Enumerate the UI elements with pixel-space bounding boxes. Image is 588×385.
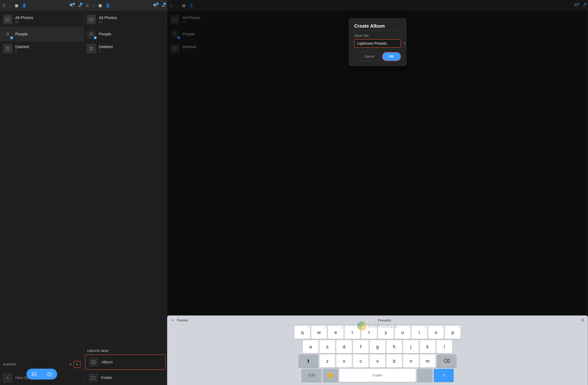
key-i[interactable]: 8i [412,326,427,339]
key-z[interactable]: z [320,354,335,367]
all-photos-item[interactable]: All Photos 20 ⋮ [0,12,84,27]
dialog-album-title-label: Album Title [354,34,401,38]
key-shift[interactable]: ⬆ [298,354,318,367]
people-icon-2[interactable]: 👤 [105,3,110,8]
search-icon-wrap: 🔍 [69,3,74,8]
dialog-title: Create Album [354,23,401,29]
key-f[interactable]: f [353,340,369,353]
key-q[interactable]: 1q [294,326,310,339]
people-icon-bg-2: ★ [86,29,96,39]
all-photos-more-icon[interactable]: ⋮ [77,18,81,22]
key-space[interactable]: English [339,369,416,382]
deleted-item[interactable]: Deleted 0 [0,41,84,56]
key-english[interactable] [417,369,432,382]
menu-icon-2[interactable]: ☰ [86,3,89,8]
watermark-text: APPUALS [368,323,398,329]
albums-actions-1: ⇅ + [69,361,81,368]
svg-point-10 [92,361,93,362]
key-w[interactable]: 2w [311,326,327,339]
camera-tab-btn[interactable] [42,369,57,380]
top-nav-1: ☰ ⌂ ▦ 👤 🔍 ☁ [0,0,84,11]
key-d[interactable]: d [336,340,352,353]
people-item[interactable]: ★ People [0,27,84,41]
home-icon[interactable]: ⌂ [9,3,11,8]
cloud-icon-wrap: ☁ [78,3,81,8]
key-s[interactable]: s [320,340,335,353]
dialog-clear-icon[interactable]: ✕ [403,41,406,46]
create-new-panel: CREATE NEW Album Folder [84,346,167,385]
deleted-text: Deleted 0 [15,44,81,53]
top-nav-2: ☰ ⌂ ▦ 👤 🔍 ☁ [84,0,167,11]
cloud-badge-2 [163,2,166,5]
all-photos-count-2: 20 [99,20,158,24]
key-x[interactable]: x [336,354,352,367]
keyboard-row-4: ?123 😊 English ✓ [168,369,587,382]
key-backspace[interactable]: ⌫ [437,354,457,367]
people-title: People [15,32,81,37]
key-b[interactable]: b [386,354,402,367]
home-icon-2[interactable]: ⌂ [93,3,95,8]
create-folder-item[interactable]: Folder [85,370,166,385]
key-a[interactable]: a [303,340,318,353]
key-emoji[interactable]: 😊 [323,369,338,382]
key-j[interactable]: j [403,340,419,353]
search-badge [72,2,75,5]
key-v[interactable]: v [370,354,385,367]
key-k[interactable]: k [420,340,435,353]
all-photos-item-2[interactable]: All Photos 20 ⋮ [84,12,167,27]
key-enter[interactable]: ✓ [434,369,454,382]
library-icon-active[interactable]: ▦ [15,3,18,8]
key-o[interactable]: 9o [428,326,444,339]
dialog-album-title-input[interactable] [357,41,403,46]
microphone-icon[interactable]: 🎙 [581,318,585,323]
library-list-2: All Photos 20 ⋮ ★ People Deleted 0 [84,11,167,359]
key-l[interactable]: l [437,340,452,353]
bottom-toolbar-1 [26,369,57,380]
google-suggestion: G Presets [170,318,188,323]
people-item-2[interactable]: ★ People [84,27,167,41]
key-numbers[interactable]: ?123 [301,369,321,382]
all-photos-more-icon-2[interactable]: ⋮ [161,18,164,22]
cloud-badge [80,2,82,5]
search-icon-wrap-2: 🔍 [153,3,158,8]
svg-point-8 [90,33,92,34]
people-icon[interactable]: 👤 [22,3,26,8]
all-photos-text: All Photos 20 [15,16,74,24]
svg-point-5 [48,374,50,375]
key-h[interactable]: h [386,340,402,353]
key-n[interactable]: n [403,354,419,367]
people-text: People [15,32,81,37]
create-new-header: CREATE NEW [84,346,167,354]
svg-rect-9 [91,361,95,364]
watermark-logo [357,322,366,330]
key-g[interactable]: g [370,340,385,353]
create-folder-label: Folder [101,375,112,380]
dialog-cancel-button[interactable]: Cancel [359,52,379,61]
new-item-btn-1: + [3,373,12,383]
key-c[interactable]: c [353,354,369,367]
dialog-ok-button[interactable]: OK [382,52,401,61]
people-icon-bg: ★ [3,29,12,39]
key-p[interactable]: 0p [445,326,461,339]
suggestion-presets[interactable]: Presets [177,319,188,322]
panel-2: ☰ ⌂ ▦ 👤 🔍 ☁ All Photos 20 ⋮ [84,0,167,385]
create-album-inner: Album [85,355,165,369]
deleted-item-2[interactable]: Deleted 0 [84,41,167,56]
cloud-icon-wrap-2: ☁ [161,3,165,8]
add-album-button-1[interactable]: + [74,361,81,368]
people-text-2: People [99,32,164,37]
all-photos-count: 20 [15,20,74,24]
google-icon: G [170,318,175,323]
deleted-icon [3,44,12,53]
create-album-item[interactable]: Album [85,354,166,370]
menu-icon[interactable]: ☰ [2,3,5,8]
svg-point-2 [7,33,8,34]
deleted-title-2: Deleted [99,44,164,49]
key-m[interactable]: m [420,354,435,367]
sort-icon-1[interactable]: ⇅ [69,363,72,366]
photos-tab-btn[interactable] [26,369,42,380]
library-icon-active-2[interactable]: ▦ [99,3,102,8]
key-e[interactable]: 3e [328,326,343,339]
albums-header-1: ALBUMS ⇅ + [3,359,81,370]
panel-3: ☰ ⌂ ▦ 👤 🔍 ☁ All Photos 20 ★ [167,0,588,385]
